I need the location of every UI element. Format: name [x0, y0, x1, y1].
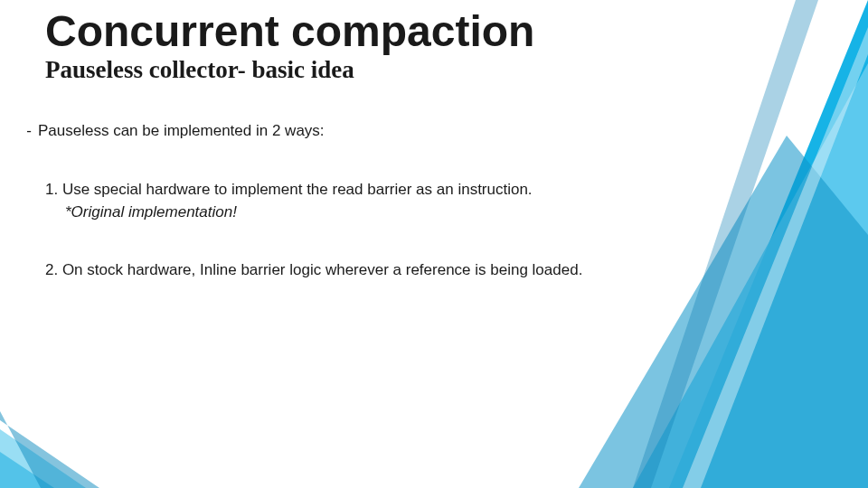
- item-1: 1. Use special hardware to implement the…: [45, 179, 678, 223]
- svg-marker-3: [683, 27, 868, 488]
- item-1-note: *Original implementation!: [65, 202, 678, 224]
- item-2-line: 2. On stock hardware, Inline barrier log…: [45, 259, 678, 282]
- svg-marker-7: [0, 411, 99, 488]
- slide: Concurrent compaction Pauseless collecto…: [0, 0, 868, 488]
- svg-marker-6: [0, 429, 86, 488]
- slide-title: Concurrent compaction: [45, 9, 787, 54]
- bullet-marker: -: [20, 120, 38, 143]
- bullet-intro: - Pauseless can be implemented in 2 ways…: [20, 120, 678, 143]
- intro-text: Pauseless can be implemented in 2 ways:: [38, 120, 678, 143]
- item-2: 2. On stock hardware, Inline barrier log…: [45, 259, 678, 282]
- svg-marker-5: [0, 452, 54, 488]
- slide-content: - Pauseless can be implemented in 2 ways…: [45, 120, 678, 282]
- slide-subtitle: Pauseless collector- basic idea: [45, 56, 787, 84]
- item-1-line: 1. Use special hardware to implement the…: [45, 179, 678, 202]
